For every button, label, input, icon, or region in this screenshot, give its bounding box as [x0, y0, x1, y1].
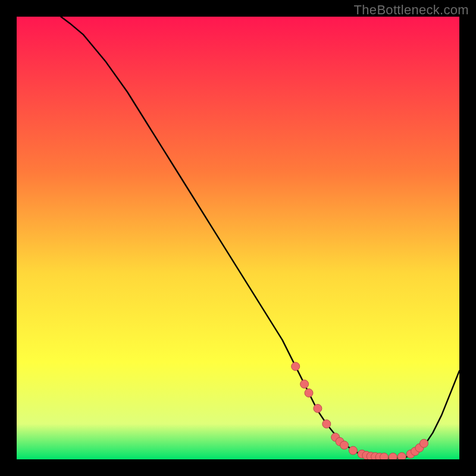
- data-point: [305, 389, 313, 397]
- data-point: [349, 446, 357, 455]
- watermark-label: TheBottleneck.com: [354, 2, 469, 18]
- data-point: [397, 453, 406, 460]
- data-point: [314, 404, 322, 412]
- data-point: [420, 439, 428, 447]
- data-point: [300, 380, 309, 389]
- data-point: [389, 453, 397, 459]
- data-point: [380, 453, 389, 459]
- gradient-background: [17, 17, 459, 459]
- bottleneck-chart: [17, 17, 459, 459]
- chart-frame: TheBottleneck.com: [0, 0, 476, 476]
- data-point: [292, 362, 300, 371]
- data-point: [322, 420, 331, 428]
- data-point: [340, 441, 349, 449]
